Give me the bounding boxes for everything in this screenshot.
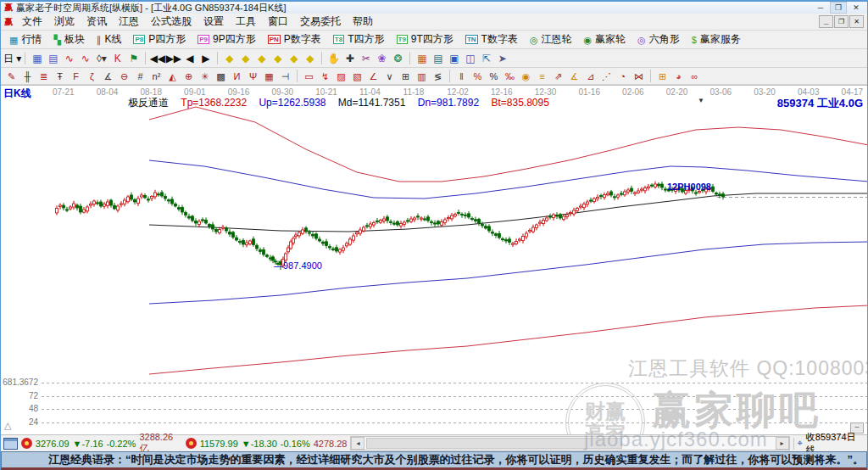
winner-service-button[interactable]: $赢家服务	[686, 32, 747, 47]
menu-item-0[interactable]: 文件	[16, 14, 48, 30]
market-table-icon[interactable]	[3, 438, 18, 450]
grid-red-icon[interactable]: ▨	[333, 70, 349, 83]
speed-triangle-icon[interactable]: ⊿	[582, 70, 598, 83]
check-line-icon[interactable]: ∨	[381, 70, 398, 83]
9t-square-button[interactable]: T99T四方形	[391, 32, 459, 47]
save-disk-icon[interactable]: ◫	[462, 51, 478, 66]
ellipse-tool-icon[interactable]: ⊖	[116, 70, 132, 83]
angle-line-icon[interactable]: ∠	[365, 70, 381, 83]
hand-tool-icon[interactable]: ✋	[326, 51, 342, 66]
hash-grid-icon[interactable]: #	[132, 70, 148, 83]
vertical-lines-icon[interactable]: ╫	[19, 70, 36, 83]
menu-item-7[interactable]: 窗口	[262, 14, 294, 30]
calculator-icon[interactable]: ▤	[430, 51, 446, 66]
menu-item-3[interactable]: 江恩	[113, 14, 145, 30]
permille-icon[interactable]: ‰	[502, 70, 518, 83]
half-triangle-icon[interactable]: ◭	[164, 70, 181, 83]
restore-button[interactable]: ❐	[830, 2, 847, 14]
menu-item-1[interactable]: 浏览	[48, 14, 81, 30]
menu-item-2[interactable]: 资讯	[81, 14, 113, 30]
ratio-bars-icon[interactable]: ‖	[453, 70, 470, 83]
marker-dropdown-icon[interactable]: ◊▾	[93, 51, 109, 66]
first-bar-icon[interactable]: ◀◀	[149, 51, 165, 66]
angle-tool-icon[interactable]: ∡	[100, 70, 116, 83]
send-icon[interactable]: ➤	[494, 51, 510, 66]
t-number-table-button[interactable]: TNT数字表	[459, 32, 524, 47]
menu-item-8[interactable]: 交易委托	[294, 14, 347, 30]
grid-yellow-icon[interactable]: ⊞	[654, 70, 670, 83]
brush-red-icon[interactable]: ↯	[317, 70, 333, 83]
measure-tool-icon[interactable]: ✂	[358, 51, 374, 66]
grid-marks-icon[interactable]: ▦	[261, 70, 277, 83]
last-bar-icon[interactable]: ▶▶	[165, 51, 181, 66]
diamond-center-icon[interactable]: ◆	[270, 51, 286, 66]
scroll-left-button[interactable]: ◂	[351, 437, 364, 450]
time-lines-icon[interactable]: Ŧ	[52, 70, 68, 83]
next-bar-icon[interactable]: ▶	[198, 51, 214, 66]
f-tool-icon[interactable]: F	[68, 70, 84, 83]
chart-box-icon[interactable]: ▥	[414, 70, 430, 83]
spiral-tool-icon[interactable]: ζ	[84, 70, 100, 83]
quotes-button[interactable]: ▦行情	[3, 32, 47, 47]
minimize-button[interactable]: ─	[813, 3, 828, 13]
shanghai-index-icon[interactable]	[21, 438, 32, 449]
menu-item-6[interactable]: 工具	[230, 14, 262, 30]
prev-bar-icon[interactable]: ◀	[181, 51, 198, 66]
shenzhen-index-icon[interactable]	[186, 438, 197, 449]
golden-section-icon[interactable]: ≡	[534, 70, 550, 83]
gann-grid-icon[interactable]: ≣	[36, 70, 52, 83]
hexagon-button[interactable]: ◎六角形	[632, 32, 686, 47]
wave-small-icon[interactable]: ∿	[61, 51, 77, 66]
calendar-icon[interactable]: ▦	[414, 51, 430, 66]
diamond-expand-icon[interactable]: ◆	[286, 51, 302, 66]
fib-fan-icon[interactable]: ⋰	[598, 70, 615, 83]
diamond-left-icon[interactable]: ◆	[221, 51, 237, 66]
mdi-restore-button[interactable]: ❐	[834, 15, 849, 28]
pen-tool-icon[interactable]: ✎	[3, 70, 19, 83]
save-layout-icon[interactable]: ▣	[446, 51, 462, 66]
export-icon[interactable]: ⇱	[478, 51, 494, 66]
gann-angle-icon[interactable]: ∡	[566, 70, 582, 83]
fib-arc-icon[interactable]: ◔	[615, 70, 631, 83]
festival-marks-icon[interactable]: Ψ	[245, 70, 261, 83]
box-shaded-icon[interactable]: ▧	[349, 70, 365, 83]
menu-item-4[interactable]: 公式选股	[145, 14, 198, 30]
wave-lines-icon[interactable]: ≶	[430, 70, 446, 83]
shaded-grid-icon[interactable]: ▩	[213, 70, 229, 83]
winner-wheel-button[interactable]: ◉赢家轮	[578, 32, 632, 47]
menu-item-9[interactable]: 帮助	[347, 14, 379, 30]
infinity-tool-icon[interactable]: ∞	[687, 70, 703, 83]
t-square-button[interactable]: T8T四方形	[327, 32, 391, 47]
starburst-icon[interactable]: ✳	[197, 70, 213, 83]
p-square-button[interactable]: P8P四方形	[127, 32, 192, 47]
double-k-icon[interactable]: K	[109, 51, 125, 66]
pie-tool-icon[interactable]: ◕	[670, 70, 687, 83]
scroll-right-button[interactable]: ▸	[776, 437, 789, 450]
circle-cross-icon[interactable]: ⊕	[181, 70, 197, 83]
ball-tool-icon[interactable]: ❂	[390, 51, 406, 66]
diamond-right-icon[interactable]: ◆	[237, 51, 253, 66]
box-select-icon[interactable]: ▭	[301, 70, 317, 83]
period-daily-dropdown-icon[interactable]: 日 ▾	[3, 51, 21, 66]
table-grid-icon[interactable]: ⊞	[398, 70, 414, 83]
quote-view-icon[interactable]: ▤	[45, 51, 61, 66]
n-square-icon[interactable]: n²	[148, 70, 164, 83]
menu-item-5[interactable]: 设置	[198, 14, 230, 30]
wave-large-icon[interactable]: ∿	[77, 51, 93, 66]
flag-tool-icon[interactable]: ⚑	[125, 51, 142, 66]
p-number-table-button[interactable]: PNP数字表	[262, 32, 327, 47]
k-angle-icon[interactable]: И	[229, 70, 245, 83]
kline-view-icon[interactable]: ▦	[29, 51, 45, 66]
kline-button[interactable]: ∥K线	[91, 32, 128, 47]
golden-circle-icon[interactable]: ◉	[518, 70, 534, 83]
sectors-button[interactable]: ▚板块	[47, 32, 90, 47]
time-ratio-icon[interactable]: ⋈	[631, 70, 647, 83]
9p-square-button[interactable]: P99P四方形	[192, 32, 261, 47]
fib-retrace-icon[interactable]: %	[470, 70, 486, 83]
diamond-both-icon[interactable]: ◆	[253, 51, 270, 66]
kline-chart-panel[interactable]: 日K线 07-2108-0408-1809-0109-1609-3010-211…	[1, 85, 867, 434]
gann-wheel-button[interactable]: ◎江恩轮	[524, 32, 578, 47]
diamond-full-icon[interactable]: ◆	[302, 51, 318, 66]
close-button[interactable]: ✕	[849, 3, 864, 13]
crosshair-tool-icon[interactable]: ✚	[342, 51, 358, 66]
